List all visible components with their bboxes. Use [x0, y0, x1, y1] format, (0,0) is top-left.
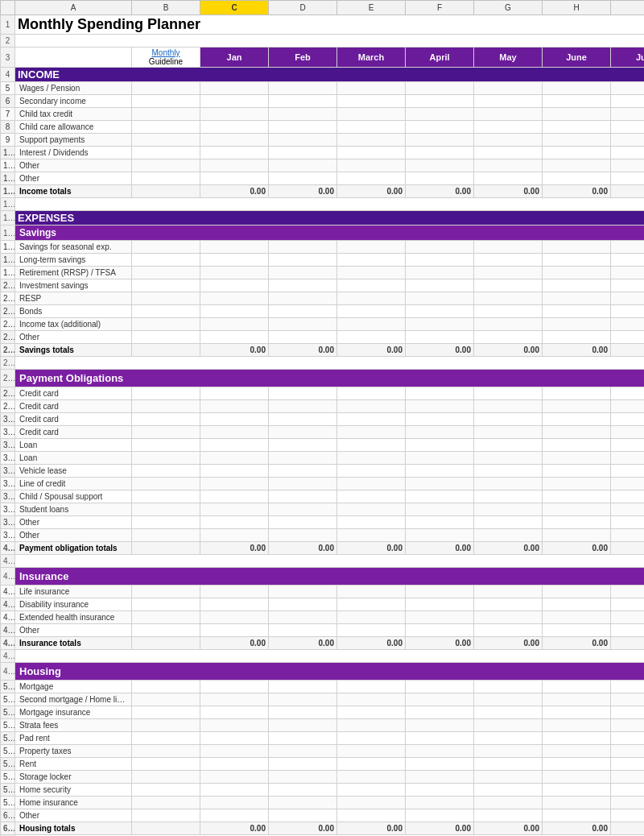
row-7: 7 Child tax credit — [1, 108, 645, 121]
spreadsheet: A B C D E F G H I J K 1 Monthly Spending… — [0, 0, 644, 836]
row-43: 43 Life insurance — [1, 586, 645, 598]
payment-total-label: Payment obligation totals — [15, 542, 132, 555]
row-1-num: 1 — [1, 15, 15, 35]
payment-totals-row: 40 Payment obligation totals 0.00 0.00 0… — [1, 542, 645, 555]
column-header-row: A B C D E F G H I J K — [1, 1, 645, 15]
col-feb: Feb — [269, 48, 337, 68]
payment-subsection-header: Payment Obligations — [15, 370, 645, 387]
col-e-header: E — [337, 1, 406, 15]
row-53: 53 Strata fees — [1, 719, 645, 732]
row-32: 32 Loan — [1, 439, 645, 452]
row-33: 33 Loan — [1, 452, 645, 465]
col-f-header: F — [406, 1, 474, 15]
income-total-label: Income totals — [15, 185, 132, 198]
row-28: 28 Credit card — [1, 387, 645, 400]
income-totals-row: 13 Income totals 0.00 0.00 0.00 0.00 0.0… — [1, 185, 645, 198]
row-10: 10 Interest / Dividends — [1, 147, 645, 159]
row-54: 54 Pad rent — [1, 732, 645, 745]
row-20: 20 Investment savings — [1, 279, 645, 292]
row-59: 59 Home insurance — [1, 797, 645, 809]
col-a-header: A — [15, 1, 132, 15]
row-48: 48 — [1, 650, 645, 663]
guideline-header: Monthly Guideline — [132, 48, 200, 68]
row-2: 2 — [1, 35, 645, 48]
row-11: 11 Other — [1, 159, 645, 172]
income-item-4: Child care allowance — [15, 121, 132, 134]
row-19: 19 Retirement (RRSP) / TFSA — [1, 267, 645, 279]
expenses-header-row: 15 EXPENSES — [1, 211, 645, 226]
monthly-link[interactable]: Monthly — [151, 48, 180, 57]
row-55: 55 Property taxes — [1, 745, 645, 758]
row-34: 34 Vehicle lease — [1, 465, 645, 478]
row-12: 12 Other — [1, 172, 645, 185]
row-39: 39 Other — [1, 529, 645, 542]
row-36: 36 Child / Spousal support — [1, 490, 645, 503]
row-29: 29 Credit card — [1, 400, 645, 413]
income-section-header: INCOME — [15, 68, 645, 82]
col-jan: Jan — [200, 48, 269, 68]
income-item-6: Interest / Dividends — [15, 147, 132, 159]
corner-cell — [1, 1, 15, 15]
insurance-total-label: Insurance totals — [15, 637, 132, 650]
col-g-header: G — [474, 1, 543, 15]
income-header-row: 4 INCOME — [1, 68, 645, 82]
row-18: 18 Long-term savings — [1, 254, 645, 267]
row-5: 5 Wages / Pension — [1, 82, 645, 95]
income-item-1: Wages / Pension — [15, 82, 132, 95]
housing-total-label: Housing totals — [15, 822, 132, 835]
housing-totals-row: 61 Housing totals 0.00 0.00 0.00 0.00 0.… — [1, 822, 645, 835]
row-24: 24 Other — [1, 331, 645, 344]
col-march: March — [337, 48, 406, 68]
row-30: 30 Credit card — [1, 413, 645, 426]
col-july: July — [611, 48, 645, 68]
row-35: 35 Line of credit — [1, 478, 645, 490]
housing-subsection-header: Housing — [15, 663, 645, 681]
page-title: Monthly Spending Planner — [15, 15, 645, 35]
row-44: 44 Disability insurance — [1, 598, 645, 611]
row-45: 45 Extended health insurance — [1, 611, 645, 624]
income-item-5: Support payments — [15, 134, 132, 147]
month-header-row: 3 Monthly Guideline Jan Feb March April … — [1, 48, 645, 68]
col-may: May — [474, 48, 543, 68]
col-c-header: C — [200, 1, 269, 15]
guideline-label: Guideline — [149, 57, 183, 66]
col-h-header: H — [543, 1, 611, 15]
insurance-subsection-header: Insurance — [15, 568, 645, 586]
income-item-8: Other — [15, 172, 132, 185]
row-50: 50 Mortgage — [1, 681, 645, 693]
expenses-section-header: EXPENSES — [15, 211, 645, 226]
row-58: 58 Home security — [1, 784, 645, 797]
row-9: 9 Support payments — [1, 134, 645, 147]
col-i-header: I — [611, 1, 645, 15]
income-total-jan: 0.00 — [200, 185, 269, 198]
row-37: 37 Student loans — [1, 503, 645, 516]
savings-totals-row: 25 Savings totals 0.00 0.00 0.00 0.00 0.… — [1, 344, 645, 357]
row-22: 22 Bonds — [1, 305, 645, 318]
row-60: 60 Other — [1, 809, 645, 822]
savings-total-label: Savings totals — [15, 344, 132, 357]
row-38: 38 Other — [1, 516, 645, 529]
row-56: 56 Rent — [1, 758, 645, 771]
savings-subsection-header: Savings — [15, 226, 645, 241]
savings-header-row: 16 Savings — [1, 226, 645, 241]
row-21: 21 RESP — [1, 292, 645, 305]
insurance-header-row: 42 Insurance — [1, 568, 645, 586]
row-26: 26 — [1, 357, 645, 370]
row-23: 23 Income tax (additional) — [1, 318, 645, 331]
payment-header-row: 27 Payment Obligations — [1, 370, 645, 387]
insurance-totals-row: 47 Insurance totals 0.00 0.00 0.00 0.00 … — [1, 637, 645, 650]
col-d-header: D — [269, 1, 337, 15]
title-row: 1 Monthly Spending Planner — [1, 15, 645, 35]
income-item-3: Child tax credit — [15, 108, 132, 121]
col-b-header: B — [132, 1, 200, 15]
row-17: 17 Savings for seasonal exp. — [1, 241, 645, 254]
row-31: 31 Credit card — [1, 426, 645, 439]
col-april: April — [406, 48, 474, 68]
income-item-7: Other — [15, 159, 132, 172]
row-57: 57 Storage locker — [1, 771, 645, 784]
row-14: 14 — [1, 198, 645, 211]
income-jan-1[interactable] — [200, 82, 269, 95]
housing-header-row: 49 Housing — [1, 663, 645, 681]
row-46: 46 Other — [1, 624, 645, 637]
row-52: 52 Mortgage insurance — [1, 706, 645, 719]
